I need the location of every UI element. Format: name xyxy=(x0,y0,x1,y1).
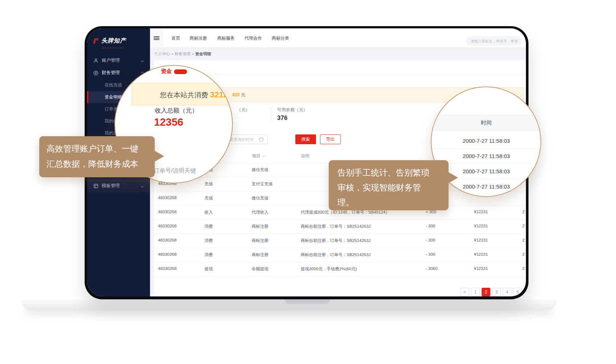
pagination-prev-button[interactable]: < xyxy=(461,288,469,296)
banner-remnant-unit: 元 xyxy=(241,92,245,97)
row-divider xyxy=(154,262,524,262)
nav-item-trademark-register[interactable]: 商标注册 xyxy=(190,35,207,41)
table-row-project: 商标注册 xyxy=(252,238,268,243)
table-row-type: 收入 xyxy=(204,210,213,215)
stat-available-value: 376 xyxy=(277,114,287,122)
callout-left-line1: 高效管理账户订单、一键 xyxy=(46,141,147,156)
table-row-type: 充值 xyxy=(204,195,213,201)
callout-left: 高效管理账户订单、一键 汇总数据，降低财务成本 xyxy=(39,136,155,177)
table-row-desc: 代理提成300元（ID:1245，订单号：SB45124） xyxy=(301,210,390,215)
table-row-desc: 提现3000元，手续费2%(60元) xyxy=(301,266,357,272)
magnified-tab-label: 资金 xyxy=(161,68,172,75)
callout-left-line2: 汇总数据，降低财务成本 xyxy=(46,156,147,171)
table-row-desc: 商标自助注册，订单号：SB2514263J xyxy=(301,224,370,229)
sidebar-item-label: 模板管理 xyxy=(102,183,120,189)
table-row-desc: 商标自助注册，订单号：SB2514263J xyxy=(301,238,370,243)
table-row-project: 商标注册 xyxy=(252,252,268,258)
breadcrumb-current: 资金明细 xyxy=(195,52,211,56)
stat-divider xyxy=(271,106,271,121)
table-row-project: 代理收入 xyxy=(252,210,268,215)
table-row-project: 商标注册 xyxy=(252,224,268,229)
laptop-base-notch xyxy=(285,299,330,304)
nav-item-home[interactable]: 首页 xyxy=(171,35,180,41)
breadcrumb-home[interactable]: 个人中心 xyxy=(154,52,170,56)
nav-item-trademark-category[interactable]: 商标分类 xyxy=(272,35,289,41)
table-row-time-clipped: 2 xyxy=(522,266,524,271)
banner-remnant-amount: 820 xyxy=(232,92,240,97)
chevron-down-icon xyxy=(141,59,144,62)
hamburger-icon xyxy=(154,36,159,37)
callout-right-line2: 审核，实现智能财务管 xyxy=(337,180,440,195)
callout-arrow-icon xyxy=(448,172,458,183)
col-header-project[interactable]: 项目 xyxy=(252,153,264,159)
table-row-amount: - 3060 xyxy=(426,266,438,271)
hamburger-icon xyxy=(154,39,159,40)
callout-arrow-icon xyxy=(154,150,164,162)
table-row-project: 微信充值 xyxy=(252,167,268,173)
stat-available-label: 可用余额（元） xyxy=(277,107,308,113)
table-row-type: 提现 xyxy=(204,266,213,272)
chevron-down-icon xyxy=(141,184,144,187)
breadcrumb-separator: > xyxy=(192,52,194,56)
table-row-order: 48330268 xyxy=(158,266,177,271)
tab-underline xyxy=(154,74,524,75)
row-divider xyxy=(154,276,524,276)
table-row-order: 48330268 xyxy=(158,238,177,242)
table-row-amount: - 300 xyxy=(426,238,435,242)
template-icon xyxy=(93,183,98,189)
callout-right-line1: 告别手工统计、告别繁琐 xyxy=(337,165,440,180)
breadcrumb-separator: > xyxy=(171,52,173,56)
brand-tagline-mark xyxy=(102,48,123,48)
table-row-amount: - 300 xyxy=(426,252,435,256)
calendar-icon[interactable] xyxy=(259,137,263,141)
brand-logo[interactable]: 头牌知产 xyxy=(92,37,126,45)
table-row-balance: ¥12231 xyxy=(474,238,488,242)
table-row-time-clipped: 2 xyxy=(522,238,524,242)
pagination-page-2-active[interactable]: 2 xyxy=(482,288,490,296)
menu-toggle-button[interactable] xyxy=(150,28,163,48)
sidebar-item-label: 财务管理 xyxy=(102,70,120,76)
pagination-page-3[interactable]: 3 xyxy=(492,288,501,296)
export-button[interactable]: 导出 xyxy=(320,134,341,144)
sidebar-item-template[interactable]: 模板管理 xyxy=(87,179,150,192)
table-row-balance: ¥12231 xyxy=(474,266,488,271)
breadcrumb-section[interactable]: 财务管理 xyxy=(175,52,191,56)
magnified-time-row: 2000-7-27 11:58:03 xyxy=(463,168,541,174)
table-row-balance: ¥12231 xyxy=(474,210,488,214)
nav-item-agency[interactable]: 代理合作 xyxy=(244,35,262,41)
callout-right-line3: 理。 xyxy=(337,195,440,210)
hamburger-icon xyxy=(154,38,159,39)
table-row-order: 48330268 xyxy=(158,210,177,214)
magnified-column-header: 订单号/说明关键 xyxy=(154,167,196,175)
table-row-order: 48330268 xyxy=(158,252,177,256)
row-divider xyxy=(154,248,524,248)
breadcrumb: 个人中心 > 财务管理 > 资金明细 xyxy=(154,51,211,57)
col-header-desc: 说明 xyxy=(301,153,309,159)
sidebar-subitem-label: 在线充值 xyxy=(105,82,122,88)
table-row-type: 消费 xyxy=(204,224,213,229)
nav-item-trademark-service[interactable]: 商标服务 xyxy=(217,35,235,41)
row-divider xyxy=(154,219,524,220)
magnified-banner-text: 您在本站共消费 32124 元 xyxy=(160,90,233,100)
banner-remnant-text: 820 元 xyxy=(232,92,245,98)
trademark-search-input[interactable] xyxy=(466,36,522,46)
callout-right: 告别手工统计、告别繁琐 审核，实现智能财务管 理。 xyxy=(329,160,449,210)
table-row-balance: ¥12231 xyxy=(474,224,488,228)
brand-name: 头牌知产 xyxy=(101,37,126,45)
table-row-time-clipped: 2 xyxy=(522,210,524,214)
magnified-time-row: 2000-7-27 11:58:03 xyxy=(463,138,541,144)
table-row-order: 48330268 xyxy=(158,224,177,228)
pagination-page-1[interactable]: 1 xyxy=(471,288,480,296)
user-icon xyxy=(93,58,98,63)
table-row-amount: - 300 xyxy=(426,224,435,228)
stat-expense-unit-partial: （元） xyxy=(237,107,250,113)
table-row-type: 充值 xyxy=(204,181,213,187)
pagination-page-4[interactable]: 4 xyxy=(503,288,511,296)
table-row-project: 支付宝充值 xyxy=(252,181,273,187)
magnified-time-header: 时间 xyxy=(481,120,492,126)
search-button[interactable]: 搜索 xyxy=(295,134,316,144)
table-row-desc: 商标自助注册，订单号：SB2514263J xyxy=(301,252,370,258)
sidebar-item-account[interactable]: 账户管理 xyxy=(87,54,150,66)
magnified-income-label: 收入总额（元） xyxy=(155,106,198,115)
table-row-balance: ¥12231 xyxy=(474,252,488,256)
